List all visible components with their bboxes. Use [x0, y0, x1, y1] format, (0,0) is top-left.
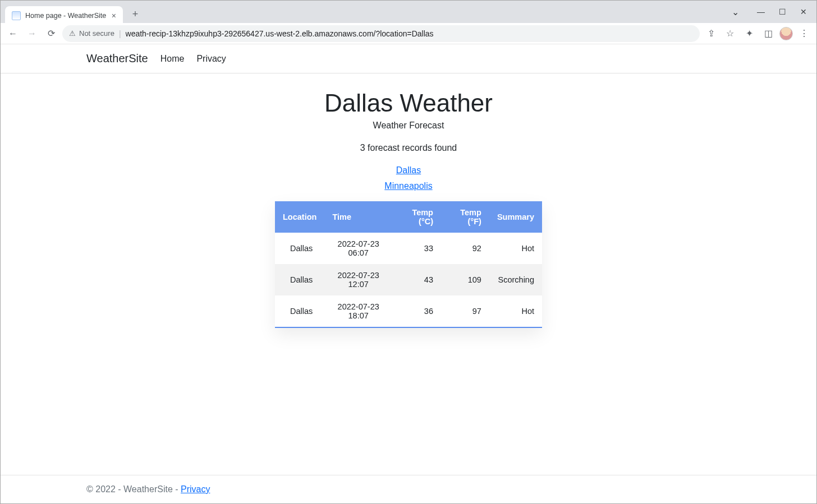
page-title: Dallas Weather: [10, 89, 807, 117]
close-window-button[interactable]: ✕: [794, 4, 813, 20]
favicon-icon: [12, 11, 21, 20]
separator: |: [119, 29, 121, 38]
site-footer: © 2022 - WeatherSite - Privacy: [1, 475, 816, 503]
cell-summary: Hot: [489, 233, 542, 264]
th-location: Location: [275, 201, 324, 233]
cell-temp-c: 33: [392, 233, 441, 264]
cell-time: 2022-07-23 18:07: [324, 295, 392, 327]
reload-button[interactable]: ⟳: [43, 26, 59, 41]
cell-temp-f: 92: [441, 233, 489, 264]
window-controls: ⌄ — ☐ ✕: [726, 1, 813, 23]
footer-privacy-link[interactable]: Privacy: [181, 484, 210, 494]
cell-location: Dallas: [275, 233, 324, 264]
tab-title: Home page - WeatherSite: [25, 12, 107, 20]
minimize-button[interactable]: —: [751, 4, 770, 20]
tab-strip: Home page - WeatherSite × + ⌄ — ☐ ✕: [1, 1, 816, 23]
browser-tab[interactable]: Home page - WeatherSite ×: [5, 6, 123, 25]
address-bar[interactable]: ⚠ Not secure | weath-recip-13khzp9ixuhp3…: [62, 25, 700, 42]
maximize-button[interactable]: ☐: [773, 4, 792, 20]
tab-search-icon[interactable]: ⌄: [726, 4, 745, 20]
cell-temp-f: 109: [441, 264, 489, 295]
th-time: Time: [324, 201, 392, 233]
nav-link-privacy[interactable]: Privacy: [196, 54, 226, 64]
cell-summary: Hot: [489, 295, 542, 327]
brand[interactable]: WeatherSite: [86, 52, 148, 65]
cell-temp-c: 36: [392, 295, 441, 327]
warning-icon: ⚠: [69, 29, 76, 38]
city-link-dallas[interactable]: Dallas: [10, 165, 807, 175]
page-subtitle: Weather Forecast: [10, 121, 807, 131]
sidepanel-icon[interactable]: ◫: [760, 26, 776, 41]
forecast-table: Location Time Temp (°C) Temp (°F) Summar…: [275, 201, 542, 328]
cell-location: Dallas: [275, 295, 324, 327]
cell-summary: Scorching: [489, 264, 542, 295]
main-content: Dallas Weather Weather Forecast 3 foreca…: [1, 73, 816, 475]
profile-avatar[interactable]: [779, 27, 793, 40]
menu-icon[interactable]: ⋮: [796, 26, 812, 41]
city-link-minneapolis[interactable]: Minneapolis: [10, 181, 807, 191]
close-tab-icon[interactable]: ×: [112, 12, 116, 20]
th-temp-f: Temp (°F): [441, 201, 489, 233]
table-row: Dallas 2022-07-23 18:07 36 97 Hot: [275, 295, 542, 327]
table-row: Dallas 2022-07-23 06:07 33 92 Hot: [275, 233, 542, 264]
browser-chrome: Home page - WeatherSite × + ⌄ — ☐ ✕ ← → …: [1, 1, 816, 44]
cell-temp-c: 43: [392, 264, 441, 295]
cell-time: 2022-07-23 06:07: [324, 233, 392, 264]
bookmark-icon[interactable]: ☆: [722, 26, 738, 41]
cell-location: Dallas: [275, 264, 324, 295]
share-icon[interactable]: ⇪: [703, 26, 719, 41]
table-row: Dallas 2022-07-23 12:07 43 109 Scorching: [275, 264, 542, 295]
nav-link-home[interactable]: Home: [160, 54, 185, 64]
back-button[interactable]: ←: [5, 26, 21, 41]
cell-time: 2022-07-23 12:07: [324, 264, 392, 295]
not-secure-label: Not secure: [79, 29, 114, 38]
security-status[interactable]: ⚠ Not secure: [69, 29, 114, 38]
forward-button: →: [24, 26, 40, 41]
url-text: weath-recip-13khzp9ixuhp3-292656427.us-w…: [126, 29, 434, 38]
records-found: 3 forecast records found: [10, 143, 807, 153]
th-summary: Summary: [489, 201, 542, 233]
browser-toolbar: ← → ⟳ ⚠ Not secure | weath-recip-13khzp9…: [1, 23, 816, 44]
new-tab-button[interactable]: +: [127, 6, 143, 22]
table-header-row: Location Time Temp (°C) Temp (°F) Summar…: [275, 201, 542, 233]
page: WeatherSite Home Privacy Dallas Weather …: [1, 44, 816, 503]
footer-copyright: © 2022 - WeatherSite -: [86, 484, 181, 494]
th-temp-c: Temp (°C): [392, 201, 441, 233]
extensions-icon[interactable]: ✦: [741, 26, 757, 41]
cell-temp-f: 97: [441, 295, 489, 327]
site-navbar: WeatherSite Home Privacy: [1, 44, 816, 73]
